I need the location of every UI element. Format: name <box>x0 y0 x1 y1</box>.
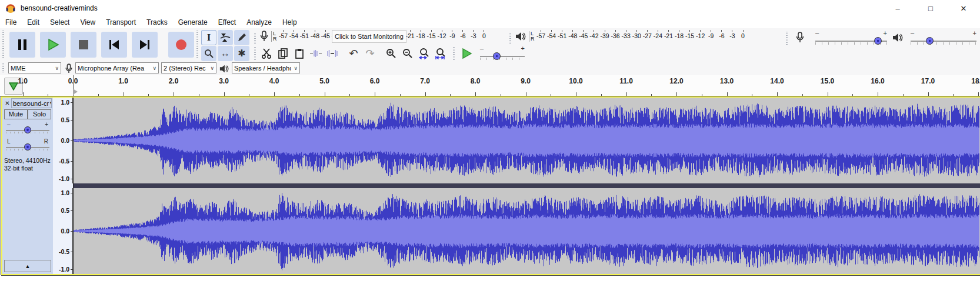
maximize-button[interactable]: □ <box>914 0 947 16</box>
pan-knob[interactable] <box>24 143 31 150</box>
play-at-speed-button[interactable] <box>459 46 474 61</box>
playback-volume-knob[interactable] <box>926 37 934 45</box>
chevron-down-icon: ∨ <box>55 65 59 71</box>
ruler-label: 6.0 <box>370 77 380 85</box>
recording-meter-gripper[interactable] <box>254 33 256 45</box>
zoom-tool-button[interactable] <box>201 46 216 61</box>
gain-slider[interactable]: – + <box>6 121 49 136</box>
playback-meter-gripper[interactable] <box>509 33 511 45</box>
channel-separator <box>74 183 980 188</box>
ruler-label: 16.0 <box>871 77 884 85</box>
ruler-label: 9.0 <box>521 77 531 85</box>
menu-bar: FileEditSelectViewTransportTracksGenerat… <box>0 16 980 29</box>
track-title-menu[interactable]: bensound-cr ▼ <box>11 98 52 108</box>
play-button[interactable] <box>40 32 66 58</box>
fit-project-button[interactable] <box>433 46 448 61</box>
play-speed-knob[interactable] <box>493 52 501 60</box>
waveform-display[interactable] <box>73 98 980 274</box>
menu-view[interactable]: View <box>75 16 101 28</box>
stop-button[interactable] <box>71 32 96 58</box>
track-close-button[interactable]: ✕ <box>4 99 11 107</box>
selection-tool-button[interactable]: I <box>201 30 216 45</box>
ruler-label: 7.0 <box>420 77 430 85</box>
track-collapse-button[interactable]: ▲ <box>4 260 51 272</box>
menu-generate[interactable]: Generate <box>173 16 213 28</box>
play-at-speed-icon <box>461 48 472 59</box>
fit-project-icon <box>435 48 446 59</box>
timeline-ruler[interactable]: 1.00.01.02.03.04.05.06.07.08.09.010.011.… <box>0 75 980 96</box>
recording-meter[interactable]: LR -57-54-51-48-45-42-39-36-33-30-27-24-… <box>254 28 489 45</box>
timeline-pin-icon <box>9 82 18 91</box>
menu-transport[interactable]: Transport <box>101 16 141 28</box>
menu-analyze[interactable]: Analyze <box>241 16 277 28</box>
play-at-speed-gripper[interactable] <box>453 47 455 60</box>
redo-button[interactable]: ↷ <box>362 46 378 61</box>
playback-meter[interactable]: LR -57-54-51-48-45-42-39-36-33-30-27-24-… <box>509 28 748 45</box>
silence-audio-button[interactable] <box>325 46 340 61</box>
multi-tool-button[interactable]: ✱ <box>234 46 249 61</box>
microphone-icon <box>259 31 269 42</box>
envelope-tool-button[interactable] <box>218 30 233 45</box>
audio-host-select[interactable]: MME∨ <box>8 62 61 73</box>
output-device-speaker-icon <box>219 64 229 73</box>
recording-volume-slider[interactable]: – + <box>815 36 887 45</box>
audacity-window: bensound-creativeminds – □ ✕ FileEditSel… <box>0 0 980 281</box>
ruler-label: 10.0 <box>569 77 582 85</box>
time-shift-tool-button[interactable]: ↔ <box>218 46 233 61</box>
fit-selection-button[interactable] <box>416 46 432 61</box>
copy-button[interactable] <box>275 46 291 61</box>
trim-audio-button[interactable] <box>308 46 324 61</box>
pan-slider[interactable]: L R <box>6 138 49 153</box>
menu-tracks[interactable]: Tracks <box>141 16 173 28</box>
undo-icon: ↶ <box>349 48 358 59</box>
menu-help[interactable]: Help <box>277 16 302 28</box>
draw-tool-button[interactable] <box>234 30 249 45</box>
skip-to-start-button[interactable] <box>101 32 127 58</box>
gain-knob[interactable] <box>24 126 31 133</box>
playback-volume-slider[interactable]: – + <box>911 36 976 45</box>
tools-gripper[interactable] <box>196 31 198 59</box>
transport-gripper[interactable] <box>2 31 4 59</box>
mixer-gripper[interactable] <box>786 32 788 45</box>
ruler-label: 4.0 <box>269 77 279 85</box>
recording-device-select[interactable]: Microphone Array (Rea∨ <box>75 62 159 73</box>
playback-volume-speaker-icon <box>892 32 904 43</box>
playback-device-select[interactable]: Speakers / Headphone∨ <box>232 62 300 73</box>
menu-edit[interactable]: Edit <box>22 16 45 28</box>
track-name: bensound-cr <box>13 100 49 107</box>
skip-to-end-button[interactable] <box>132 32 158 58</box>
quick-play-marker <box>73 89 78 95</box>
playback-meter-scale[interactable]: -57-54-51-48-45-42-39-36-33-30-27-24-21-… <box>536 28 749 45</box>
paste-button[interactable] <box>292 46 307 61</box>
edit-gripper[interactable] <box>254 47 256 60</box>
monitoring-overlay[interactable]: Click to Start Monitoring <box>332 30 406 43</box>
speaker-icon <box>515 31 526 42</box>
ruler-label: 1.0 <box>18 77 28 85</box>
menu-effect[interactable]: Effect <box>213 16 241 28</box>
pause-button[interactable] <box>9 32 35 58</box>
minimize-button[interactable]: – <box>881 0 914 16</box>
device-gripper[interactable] <box>2 63 4 73</box>
play-speed-slider[interactable]: – + <box>480 52 525 60</box>
recording-channels-select[interactable]: 2 (Stereo) Rec∨ <box>161 62 216 73</box>
zoom-out-button[interactable] <box>400 46 415 61</box>
mute-button[interactable]: Mute <box>4 109 28 119</box>
title-bar: bensound-creativeminds – □ ✕ <box>0 0 980 16</box>
rec-vol-min-label: – <box>815 29 819 36</box>
ruler-label: 3.0 <box>219 77 229 85</box>
recording-meter-channels: LR <box>271 31 277 42</box>
close-button[interactable]: ✕ <box>947 0 980 16</box>
undo-button[interactable]: ↶ <box>346 46 361 61</box>
record-button[interactable] <box>168 32 194 58</box>
menu-file[interactable]: File <box>0 16 22 28</box>
menu-select[interactable]: Select <box>45 16 75 28</box>
paste-icon <box>294 48 305 59</box>
input-device-mic-icon <box>65 63 73 74</box>
solo-button[interactable]: Solo <box>28 109 51 119</box>
skip-to-end-icon <box>139 39 151 50</box>
record-volume-mic-icon <box>795 32 805 44</box>
recording-volume-knob[interactable] <box>874 37 882 45</box>
cut-button[interactable] <box>259 46 274 61</box>
zoom-in-button[interactable] <box>384 46 399 61</box>
track-menu-arrow-icon: ▼ <box>49 101 52 106</box>
